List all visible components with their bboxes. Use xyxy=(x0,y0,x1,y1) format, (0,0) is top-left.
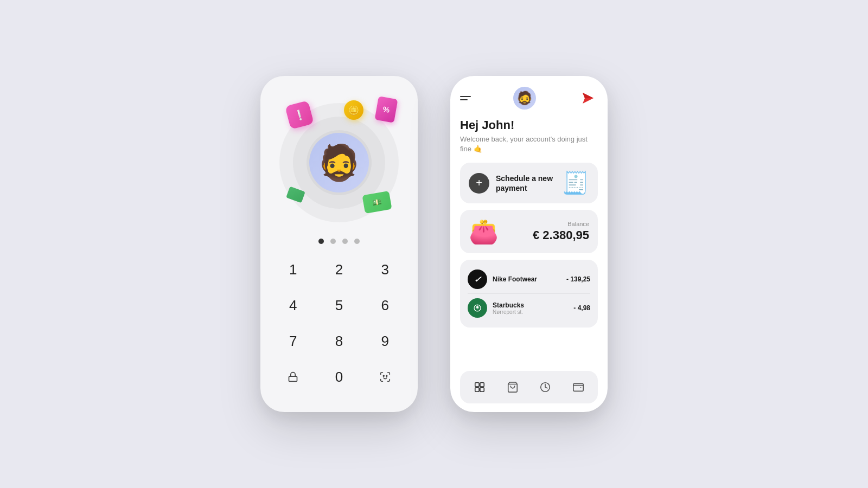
pin-dot-1 xyxy=(318,239,324,244)
balance-label: Balance xyxy=(533,221,589,227)
schedule-left: + Schedule a new payment xyxy=(469,173,562,194)
num-btn-faceid[interactable] xyxy=(363,362,407,391)
balance-card: 👛 Balance € 2.380,95 xyxy=(460,210,598,253)
schedule-payment-card[interactable]: + Schedule a new payment 🧾 xyxy=(460,163,598,203)
tx-name-nike: Nike Footwear xyxy=(493,275,561,283)
num-btn-lock[interactable] xyxy=(271,362,315,391)
nike-icon: ✓ xyxy=(468,269,487,289)
balance-info: Balance € 2.380,95 xyxy=(533,221,589,242)
greeting-section: Hej John! Welcome back, your account's d… xyxy=(460,118,598,154)
table-row[interactable]: ✓ Nike Footwear - 139,25 xyxy=(468,265,590,293)
num-btn-5[interactable]: 5 xyxy=(317,291,361,320)
float-percent: % xyxy=(374,96,398,123)
pin-dot-4 xyxy=(354,239,360,244)
right-header: 🧔 xyxy=(460,87,598,110)
num-btn-1[interactable]: 1 xyxy=(271,255,315,284)
right-phone: 🧔 Hej John! Welcome back, your account's… xyxy=(450,76,608,412)
schedule-text: Schedule a new payment xyxy=(496,174,562,193)
avatar-face-emoji: 🧔 xyxy=(317,145,361,180)
hamburger-line-2 xyxy=(460,99,468,100)
num-btn-2[interactable]: 2 xyxy=(317,255,361,284)
plus-icon: + xyxy=(476,177,482,189)
num-btn-4[interactable]: 4 xyxy=(271,291,315,320)
tx-name-starbucks: Starbucks xyxy=(493,301,568,309)
greeting-subtitle: Welcome back, your account's doing just … xyxy=(460,134,598,154)
numpad: 1 2 3 4 5 6 7 8 9 0 xyxy=(271,255,407,396)
svg-rect-8 xyxy=(475,388,479,391)
left-phone: ❕ 🪙 % 💵 🧔 1 2 3 4 5 xyxy=(260,76,418,412)
menu-button[interactable] xyxy=(460,96,471,100)
tx-amount-starbucks: - 4,98 xyxy=(573,304,590,312)
greeting-title: Hej John! xyxy=(460,118,598,132)
currency-symbol: € xyxy=(533,228,539,242)
svg-point-1 xyxy=(383,375,384,376)
tx-sub-starbucks: Nørreport st. xyxy=(493,309,568,315)
num-btn-6[interactable]: 6 xyxy=(363,291,407,320)
avatar-img: 🧔 xyxy=(309,133,369,192)
svg-point-2 xyxy=(386,375,387,376)
starbucks-icon xyxy=(468,298,487,318)
balance-amount: € 2.380,95 xyxy=(533,228,589,242)
nav-shopping-button[interactable] xyxy=(502,376,524,398)
nav-wallet-button[interactable] xyxy=(567,376,589,398)
user-avatar-emoji: 🧔 xyxy=(516,91,533,106)
pin-dot-2 xyxy=(330,239,336,244)
tx-info-nike: Nike Footwear xyxy=(493,275,561,283)
send-button[interactable] xyxy=(578,88,598,108)
plus-button: + xyxy=(469,173,489,194)
num-btn-0[interactable]: 0 xyxy=(317,362,361,391)
receipt-emoji: 🧾 xyxy=(562,170,589,196)
table-row[interactable]: Starbucks Nørreport st. - 4,98 xyxy=(468,293,590,322)
svg-rect-12 xyxy=(573,384,583,391)
float-money-right: 💵 xyxy=(362,191,392,214)
svg-rect-0 xyxy=(289,376,297,381)
balance-value: 2.380,95 xyxy=(542,228,589,242)
num-btn-7[interactable]: 7 xyxy=(271,326,315,356)
num-btn-8[interactable]: 8 xyxy=(317,326,361,356)
phones-container: ❕ 🪙 % 💵 🧔 1 2 3 4 5 xyxy=(260,76,608,412)
svg-rect-6 xyxy=(475,383,479,387)
num-btn-9[interactable]: 9 xyxy=(363,326,407,356)
svg-rect-7 xyxy=(480,383,484,387)
tx-amount-nike: - 139,25 xyxy=(566,275,590,283)
float-coin: 🪙 xyxy=(344,100,363,120)
user-avatar[interactable]: 🧔 xyxy=(513,87,536,110)
wallet-emoji: 👛 xyxy=(469,217,499,246)
transactions-card: ✓ Nike Footwear - 139,25 Starbucks Nørre… xyxy=(460,260,598,328)
pin-dots-row xyxy=(318,239,360,244)
tx-info-starbucks: Starbucks Nørreport st. xyxy=(493,301,568,315)
pin-dot-3 xyxy=(342,239,348,244)
avatar-section: ❕ 🪙 % 💵 🧔 xyxy=(271,92,407,233)
svg-rect-9 xyxy=(480,388,484,391)
svg-marker-4 xyxy=(583,93,593,98)
num-btn-3[interactable]: 3 xyxy=(363,255,407,284)
hamburger-line-1 xyxy=(460,96,471,97)
bottom-nav xyxy=(460,371,598,403)
nav-home-button[interactable] xyxy=(469,376,490,398)
nav-history-button[interactable] xyxy=(534,376,556,398)
